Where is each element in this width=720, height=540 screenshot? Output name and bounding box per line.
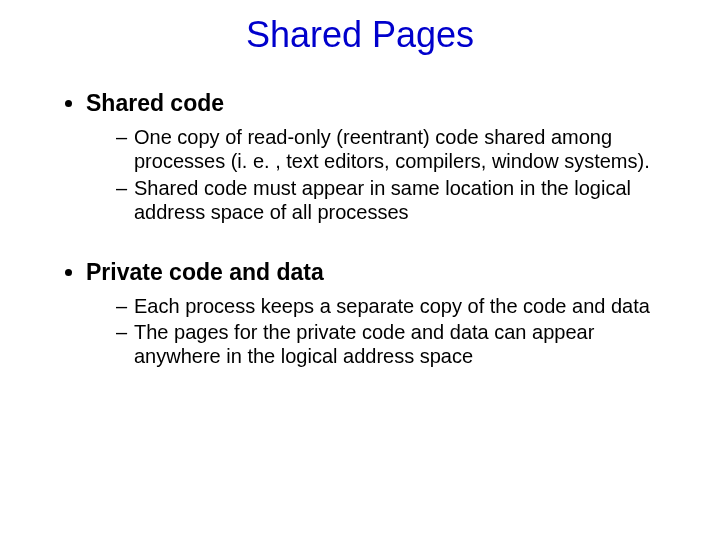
section-heading: Private code and data: [86, 259, 324, 285]
sub-item: One copy of read-only (reentrant) code s…: [116, 125, 680, 174]
sub-list: One copy of read-only (reentrant) code s…: [86, 125, 680, 225]
sub-list: Each process keeps a separate copy of th…: [86, 294, 680, 369]
section-heading: Shared code: [86, 90, 224, 116]
sub-item: Each process keeps a separate copy of th…: [116, 294, 680, 318]
section-private-code: Private code and data Each process keeps…: [86, 259, 680, 369]
slide-title: Shared Pages: [40, 14, 680, 56]
section-shared-code: Shared code One copy of read-only (reent…: [86, 90, 680, 225]
slide: Shared Pages Shared code One copy of rea…: [0, 0, 720, 540]
spacer: [40, 229, 680, 259]
bullet-list: Private code and data Each process keeps…: [40, 259, 680, 369]
sub-item: The pages for the private code and data …: [116, 320, 680, 369]
bullet-list: Shared code One copy of read-only (reent…: [40, 90, 680, 225]
sub-item: Shared code must appear in same location…: [116, 176, 680, 225]
